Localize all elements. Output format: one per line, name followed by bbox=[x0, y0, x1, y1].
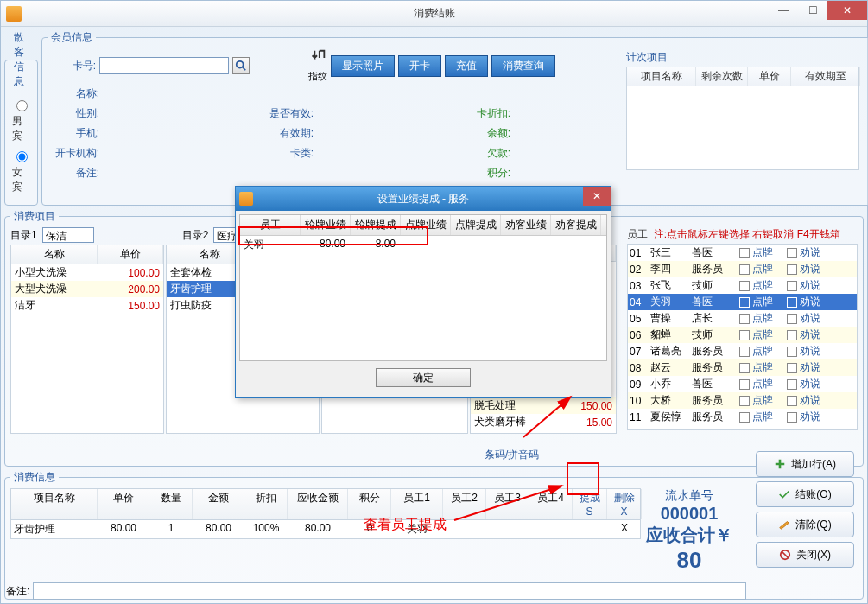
jc-col-until: 有效期至 bbox=[791, 67, 860, 86]
remark-input[interactable] bbox=[33, 582, 746, 600]
window-close-button[interactable]: ✕ bbox=[827, 1, 867, 20]
bill-info-box: 消费信息 项目名称单价数量 金额折扣应收金额 积分员工1员工2 员工3员工4 提… bbox=[4, 470, 864, 600]
dir1-value[interactable]: 保洁 bbox=[42, 227, 94, 243]
dialog-titlebar: 设置业绩提成 - 服务 ✕ bbox=[236, 187, 611, 211]
barcode-label: 条码/拼音码 bbox=[485, 448, 539, 462]
due-label: 应收合计￥ bbox=[646, 524, 732, 547]
titlebar: 消费结账 — ☐ ✕ bbox=[1, 1, 867, 27]
dialog-icon bbox=[239, 192, 253, 206]
name-label: 名称: bbox=[48, 86, 99, 101]
close-button[interactable]: 关闭(X) bbox=[756, 542, 854, 568]
member-legend: 会员信息 bbox=[48, 30, 96, 45]
action-buttons: 增加行(A) 结账(O) 清除(Q) 关闭(X) bbox=[750, 447, 860, 572]
catalog-1[interactable]: 名称单价 小型犬洗澡100.00 大型犬洗澡200.00 洁牙150.00 bbox=[10, 245, 164, 434]
employee-row[interactable]: 07诸葛亮服务员点牌劝说 bbox=[628, 343, 857, 359]
minimize-button[interactable]: — bbox=[769, 1, 798, 20]
settle-button[interactable]: 结账(O) bbox=[756, 481, 854, 507]
annotation-text: 查看员工提成 bbox=[364, 516, 447, 534]
employee-row[interactable]: 02李四服务员点牌劝说 bbox=[628, 261, 857, 277]
search-icon[interactable] bbox=[232, 57, 250, 74]
remark-bar: 备注: bbox=[6, 582, 746, 600]
jc-title: 计次项目 bbox=[626, 50, 668, 65]
dir1-label: 目录1 bbox=[10, 228, 37, 243]
maximize-button[interactable]: ☐ bbox=[798, 1, 827, 20]
main-window: 消费结账 — ☐ ✕ 散客信息 男宾 女宾 会员信息 卡号: bbox=[0, 0, 868, 604]
employee-row[interactable]: 06貂蝉技师点牌劝说 bbox=[628, 327, 857, 343]
serial-number: 000001 bbox=[646, 504, 732, 524]
valid-label: 是否有效: bbox=[244, 106, 314, 121]
balance-label: 余额: bbox=[459, 126, 510, 141]
commission-row[interactable]: 关羽 80.00 8.00 bbox=[240, 236, 606, 254]
serial-label: 流水单号 bbox=[646, 488, 732, 504]
employee-row[interactable]: 01张三兽医点牌劝说 bbox=[628, 245, 857, 261]
add-row-button[interactable]: 增加行(A) bbox=[756, 451, 854, 477]
member-info-box: 会员信息 卡号: 指纹 bbox=[41, 30, 868, 206]
due-amount: 80 bbox=[646, 547, 732, 574]
remark-label: 备注: bbox=[6, 584, 29, 599]
dir2-label: 目录2 bbox=[182, 228, 209, 243]
totals-panel: 流水单号 000001 应收合计￥ 80 bbox=[646, 488, 732, 574]
consume-query-button[interactable]: 消费查询 bbox=[491, 55, 555, 77]
employee-row[interactable]: 09小乔兽医点牌劝说 bbox=[628, 376, 857, 392]
fingerprint-button[interactable]: 指纹 bbox=[308, 48, 327, 83]
guest-legend: 散客信息 bbox=[10, 30, 32, 89]
bill-legend: 消费信息 bbox=[10, 470, 59, 485]
consume-legend: 消费项目 bbox=[10, 209, 59, 224]
dialog-title: 设置业绩提成 - 服务 bbox=[377, 192, 470, 207]
employee-row[interactable]: 11夏侯惇服务员点牌劝说 bbox=[628, 409, 857, 425]
employee-table[interactable]: 01张三兽医点牌劝说02李四服务员点牌劝说03张飞技师点牌劝说04关羽兽医点牌劝… bbox=[627, 244, 858, 430]
expire-label: 有效期: bbox=[244, 126, 314, 141]
employee-row[interactable]: 04关羽兽医点牌劝说 bbox=[628, 294, 857, 310]
svg-point-0 bbox=[237, 61, 244, 68]
card-no-input[interactable] bbox=[99, 57, 229, 74]
card-type-label: 卡类: bbox=[244, 146, 314, 161]
open-card-button[interactable]: 开卡 bbox=[398, 55, 441, 77]
jc-col-remain: 剩余次数 bbox=[696, 67, 748, 86]
card-no-label: 卡号: bbox=[48, 59, 96, 73]
recharge-button[interactable]: 充值 bbox=[445, 55, 488, 77]
svg-line-1 bbox=[243, 67, 246, 71]
employee-row[interactable]: 03张飞技师点牌劝说 bbox=[628, 277, 857, 294]
employee-row[interactable]: 10大桥服务员点牌劝说 bbox=[628, 392, 857, 409]
svg-line-3 bbox=[782, 552, 789, 558]
phone-label: 手机: bbox=[48, 126, 99, 141]
org-label: 开卡机构: bbox=[48, 146, 99, 161]
female-radio[interactable]: 女宾 bbox=[12, 149, 30, 194]
app-icon bbox=[6, 6, 22, 22]
dialog-close-button[interactable]: ✕ bbox=[583, 187, 611, 206]
points-label: 积分: bbox=[459, 166, 510, 181]
clear-button[interactable]: 清除(Q) bbox=[756, 512, 854, 537]
commission-table: 员工轮牌业绩轮牌提成 点牌业绩点牌提成劝客业绩劝客提成 关羽 80.00 8.0… bbox=[239, 214, 607, 361]
male-radio[interactable]: 男宾 bbox=[12, 98, 30, 143]
employee-panel: 员工 注:点击鼠标左键选择 右键取消 F4开钱箱 01张三兽医点牌劝说02李四服… bbox=[627, 227, 858, 434]
remark-label: 备注: bbox=[48, 166, 99, 181]
commission-dialog: 设置业绩提成 - 服务 ✕ 员工轮牌业绩轮牌提成 点牌业绩点牌提成劝客业绩劝客提… bbox=[235, 186, 611, 398]
bill-row[interactable]: 牙齿护理80.001 80.00100%80.00 0关羽 X bbox=[10, 520, 641, 539]
jc-table: 项目名称 剩余次数 单价 有效期至 bbox=[626, 67, 859, 170]
show-photo-button[interactable]: 显示照片 bbox=[331, 55, 395, 77]
bill-header: 项目名称单价数量 金额折扣应收金额 积分员工1员工2 员工3员工4 提成S 删除… bbox=[10, 488, 641, 520]
discount-label: 卡折扣: bbox=[459, 106, 510, 121]
dialog-ok-button[interactable]: 确定 bbox=[376, 368, 471, 387]
employee-hint: 注:点击鼠标左键选择 右键取消 F4开钱箱 bbox=[654, 228, 840, 240]
jc-col-price: 单价 bbox=[748, 67, 791, 86]
guest-info-box: 散客信息 男宾 女宾 bbox=[4, 30, 38, 206]
window-title: 消费结账 bbox=[414, 6, 455, 21]
gender-label: 性别: bbox=[48, 106, 99, 121]
jc-col-name: 项目名称 bbox=[627, 67, 696, 86]
employee-row[interactable]: 05曹操店长点牌劝说 bbox=[628, 310, 857, 327]
employee-row[interactable]: 08赵云服务员点牌劝说 bbox=[628, 359, 857, 376]
debt-label: 欠款: bbox=[459, 146, 510, 161]
